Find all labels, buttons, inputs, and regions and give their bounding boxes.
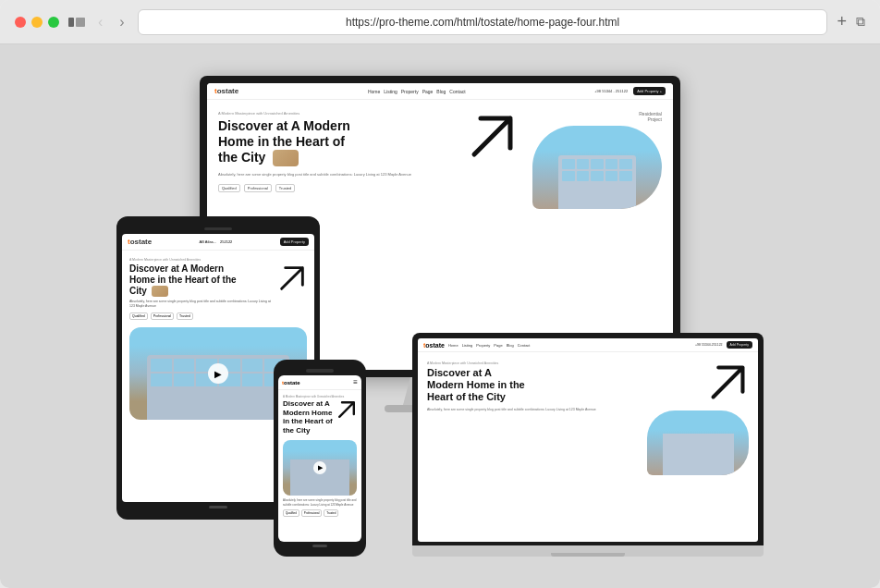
phone: tostate ≡ A Modern Masterpiece with Unma…: [274, 360, 366, 557]
monitor-hero-subtitle: A Modern Masterpiece with Unmatched Amen…: [218, 111, 447, 116]
tablet-nav: AB Atlas... 252122: [155, 239, 275, 244]
monitor-phone: +98 55344 - 251122: [594, 89, 628, 93]
phone-arrow-icon: [336, 399, 357, 420]
laptop-hero-right: [647, 361, 749, 475]
forward-button[interactable]: ›: [116, 12, 128, 32]
phone-hero-title: Discover at AModern Homein the Heart oft…: [283, 399, 335, 435]
laptop-screen: tostate Home Listing Property Page Blog …: [418, 338, 758, 542]
laptop-nav-home[interactable]: Home: [448, 343, 458, 348]
laptop-arrow: [707, 361, 749, 403]
phone-home-indicator: [312, 545, 327, 547]
tablet-home-button[interactable]: [209, 506, 227, 508]
phone-notch: [306, 369, 334, 373]
phone-site-header: tostate ≡: [278, 375, 361, 390]
tablet-nav-item2[interactable]: 252122: [220, 239, 232, 244]
monitor-hero-desc: Absolutely, here are some single propert…: [218, 172, 447, 178]
tablet-arrow-area: [277, 263, 307, 297]
laptop: tostate Home Listing Property Page Blog …: [412, 333, 764, 557]
monitor-hero-title: Discover at A ModernHome in the Heart of…: [218, 118, 447, 166]
laptop-arrow-icon: [707, 361, 749, 407]
monitor-nav-blog[interactable]: Blog: [436, 89, 446, 94]
url-text: https://pro-theme.com/html/tostate/home-…: [346, 16, 619, 29]
tablet-hero-subtitle: A Modern Masterpiece with Unmatched Amen…: [129, 258, 307, 262]
laptop-nav-page[interactable]: Page: [494, 343, 502, 348]
monitor-site-header: tostate Home Listing Property Page Blog …: [207, 83, 673, 100]
browser-titlebar: ‹ › https://pro-theme.com/html/tostate/h…: [0, 0, 880, 44]
monitor-cta-button[interactable]: Add Property +: [633, 87, 666, 95]
laptop-nav-contact[interactable]: Contact: [518, 343, 531, 348]
tag-professional: Professional: [244, 184, 272, 192]
monitor-residential-badge: Residential Project: [639, 111, 662, 122]
tablet-hero-tags: Qualified Professional Trusted: [129, 312, 274, 320]
phone-bezel: tostate ≡ A Modern Masterpiece with Unma…: [274, 360, 366, 557]
tablet-site-header: tostate AB Atlas... 252122 Add Property: [122, 234, 314, 251]
phone-logo: tostate: [282, 380, 300, 386]
laptop-hero: A Modern Masterpiece with Unmatched Amen…: [418, 352, 758, 484]
laptop-nav-property[interactable]: Property: [476, 343, 490, 348]
phone-play-icon[interactable]: ▶: [313, 461, 326, 474]
new-tab-button[interactable]: +: [837, 12, 847, 31]
monitor-building-image: [532, 126, 662, 209]
phone-tag-qualified: Qualified: [283, 509, 299, 517]
laptop-phone: +98 55344-251122: [695, 343, 723, 347]
tablet-arrow-icon: [277, 263, 307, 293]
tablet-tag-trusted: Trusted: [177, 312, 193, 320]
laptop-hero-text: A Modern Masterpiece with Unmatched Amen…: [427, 361, 642, 475]
monitor-logo: tostate: [214, 87, 238, 95]
laptop-bezel: tostate Home Listing Property Page Blog …: [412, 333, 764, 545]
phone-screen: tostate ≡ A Modern Masterpiece with Unma…: [278, 375, 361, 542]
laptop-nav-listing[interactable]: Listing: [462, 343, 473, 348]
copy-button[interactable]: ⧉: [856, 14, 865, 30]
phone-menu-icon[interactable]: ≡: [353, 378, 358, 386]
laptop-site-content: tostate Home Listing Property Page Blog …: [418, 338, 758, 542]
phone-site-content: tostate ≡ A Modern Masterpiece with Unma…: [278, 375, 361, 542]
laptop-hero-desc: Absolutely, here are some single propert…: [427, 408, 642, 412]
tablet-hero-title: Discover at A ModernHome in the Heart of…: [129, 263, 274, 297]
laptop-site-header: tostate Home Listing Property Page Blog …: [418, 338, 758, 352]
browser-window: ‹ › https://pro-theme.com/html/tostate/h…: [0, 0, 880, 588]
close-button[interactable]: [15, 17, 26, 28]
monitor-hero-arrow: [462, 111, 518, 166]
laptop-nav-blog[interactable]: Blog: [507, 343, 514, 348]
tablet-hero-row: Discover at A ModernHome in the Heart of…: [129, 263, 307, 320]
phone-hero-row: Discover at AModern Homein the Heart oft…: [283, 399, 357, 436]
tablet-hero-text: Discover at A ModernHome in the Heart of…: [129, 263, 274, 320]
traffic-lights: [15, 17, 59, 28]
monitor-nav-property[interactable]: Property: [401, 89, 419, 94]
phone-hero-desc: Absolutely, here are some single propert…: [283, 498, 357, 506]
laptop-building-image: [647, 410, 749, 475]
monitor-nav-home[interactable]: Home: [368, 89, 380, 94]
phone-tags: Qualified Professional Trusted: [283, 509, 357, 517]
laptop-hero-subtitle: A Modern Masterpiece with Unmatched Amen…: [427, 361, 642, 365]
monitor-hero-tags: Qualified Professional Trusted: [218, 184, 447, 192]
phone-hero: A Modern Masterpiece with Unmatched Amen…: [278, 390, 361, 521]
monitor-nav-listing[interactable]: Listing: [384, 89, 397, 94]
browser-content: tostate Home Listing Property Page Blog …: [0, 44, 880, 588]
phone-arrow-area: [336, 399, 357, 423]
monitor-nav-page[interactable]: Page: [422, 89, 434, 94]
monitor-nav-contact[interactable]: Contact: [449, 89, 465, 94]
back-button[interactable]: ‹: [94, 12, 106, 32]
tag-trusted: Trusted: [275, 184, 295, 192]
phone-tag-trusted: Trusted: [324, 509, 338, 517]
address-bar[interactable]: https://pro-theme.com/html/tostate/home-…: [138, 9, 828, 35]
minimize-button[interactable]: [31, 17, 43, 28]
tag-qualified: Qualified: [218, 184, 240, 192]
tablet-nav-item[interactable]: AB Atlas...: [200, 239, 216, 244]
laptop-base: [412, 545, 764, 557]
tablet-cta-button[interactable]: Add Property: [280, 238, 309, 246]
monitor-nav: Home Listing Property Page Blog Contact: [244, 89, 589, 94]
phone-hero-subtitle: A Modern Masterpiece with Unmatched Amen…: [283, 395, 357, 398]
tablet-logo: tostate: [128, 238, 152, 246]
laptop-nav: Home Listing Property Page Blog Contact: [448, 343, 691, 348]
arrow-icon: [467, 111, 518, 162]
tablet-tag-qualified: Qualified: [129, 312, 148, 320]
play-button-icon[interactable]: ▶: [208, 363, 228, 384]
tablet-speaker: [204, 227, 232, 230]
phone-building-image: ▶: [283, 440, 357, 496]
tablet-tag-professional: Professional: [151, 312, 174, 320]
phone-tag-professional: Professional: [301, 509, 323, 517]
maximize-button[interactable]: [48, 17, 59, 28]
sidebar-toggle-icon[interactable]: [68, 18, 85, 27]
laptop-cta-button[interactable]: Add Property: [727, 341, 752, 349]
